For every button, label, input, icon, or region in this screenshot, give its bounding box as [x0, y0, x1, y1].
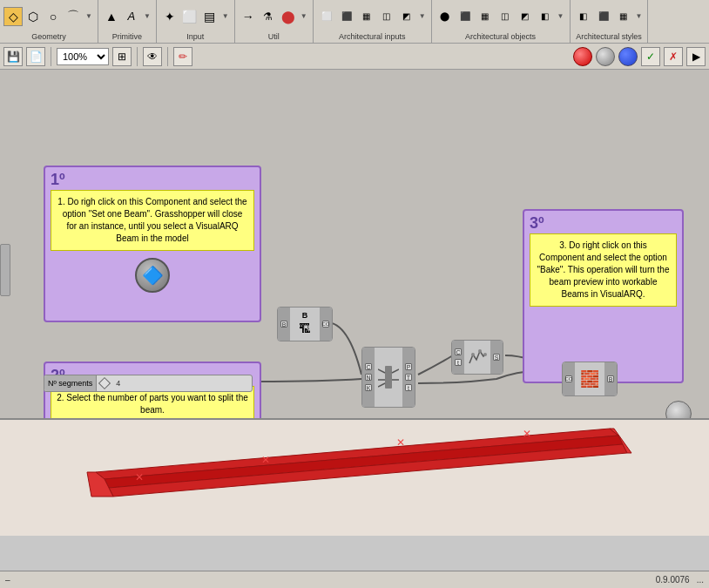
zoom-select[interactable]: 25% 50% 75% 100% 150% 200% [57, 48, 109, 65]
annotation-1-number: 1º [51, 171, 65, 189]
toolbar2-separator [51, 47, 51, 66]
beam-set-label: B [302, 311, 308, 320]
geometry-dropdown-arrow[interactable]: ▼ [84, 12, 94, 20]
split-right-ports: P T t [402, 348, 415, 407]
primitive-icon-1[interactable]: ▲ [102, 7, 121, 26]
blue-sphere-button[interactable] [618, 47, 638, 66]
annotation-box-1: 1º 1. Do righ click on this Component an… [44, 166, 261, 322]
toolbar-group-primitive: ▲ A ▼ Primitive [98, 0, 157, 43]
scroll-handle-left[interactable] [0, 244, 10, 296]
canvas-area: 1º 1. Do righ click on this Component an… [0, 70, 709, 536]
input-icon-3[interactable]: ▤ [200, 7, 219, 26]
geometry-label: Geometry [0, 32, 98, 41]
segments-input-label: Nº segments [44, 375, 97, 391]
svg-point-6 [471, 353, 475, 356]
cross-mark-2: ✕ [261, 454, 270, 466]
beam-set-left-ports: B [278, 308, 290, 341]
toolbar-group-input: ✦ ⬜ ▤ ▼ Input [157, 0, 235, 43]
bake-node[interactable]: CO 🧱 B [562, 362, 618, 396]
arch-obj-icon-2[interactable]: ⬛ [456, 7, 475, 26]
arch-objects-dropdown-arrow[interactable]: ▼ [556, 12, 566, 20]
more-button[interactable]: ▶ [686, 47, 706, 66]
split-port-p: P [405, 363, 412, 370]
bake-port-b: B [607, 375, 614, 382]
split-left-ports: C N K [362, 348, 375, 407]
util-dropdown-arrow[interactable]: ▼ [299, 12, 309, 20]
annotation-1-text: 1. Do righ click on this Component and s… [51, 190, 254, 251]
geometry-icon-4[interactable]: ⌒ [64, 7, 83, 26]
secondary-toolbar: 💾 📄 25% 50% 75% 100% 150% 200% ⊞ 👁 ✏ ⠀ ⠀… [0, 44, 709, 70]
split-port-t: T [405, 374, 412, 381]
arch-input-icon-4[interactable]: ◫ [377, 7, 396, 26]
cross-mark-1: ✕ [396, 436, 405, 449]
arch-obj-icon-3[interactable]: ▦ [476, 7, 495, 26]
arch-style-icon-1[interactable]: ◧ [574, 7, 593, 26]
input-dropdown-arrow[interactable]: ▼ [220, 12, 231, 20]
cross-mark-4: ✕ [523, 428, 531, 440]
annotation-3-number: 3º [530, 214, 544, 233]
bake-left-ports: CO [563, 362, 575, 395]
green-check-button[interactable]: ✓ [641, 47, 660, 66]
arch-styles-dropdown-arrow[interactable]: ▼ [634, 12, 645, 20]
bake-center: 🧱 [575, 362, 604, 395]
toolbar-group-arch-styles: ◧ ⬛ ▦ ▼ Architectural styles [571, 0, 649, 43]
svg-rect-0 [385, 366, 392, 389]
red-x-button[interactable]: ✗ [664, 47, 683, 66]
beam-set-center: B 🏗 [290, 308, 320, 341]
beam-set-right-ports: CO [320, 308, 332, 341]
toolbar-group-arch-objects: ⬤ ⬛ ▦ ◫ ◩ ◧ ▼ Architectural objects [432, 0, 571, 43]
statusbar-dots: ... [697, 575, 704, 585]
bake-icon: 🧱 [578, 368, 601, 390]
split-center [375, 348, 402, 407]
primitive-icon-2[interactable]: A [122, 7, 141, 26]
save-as-button[interactable]: 📄 [26, 47, 45, 66]
segments-diamond-icon [98, 377, 111, 389]
arch-style-icon-3[interactable]: ▦ [614, 7, 633, 26]
arch-obj-icon-4[interactable]: ◫ [496, 7, 515, 26]
geometry-icon-2[interactable]: ⬡ [24, 7, 43, 26]
geometry-icon-3[interactable]: ○ [44, 7, 63, 26]
save-button[interactable]: 💾 [3, 47, 23, 66]
beam-shape: ✕ ✕ ✕ ✕ [87, 428, 631, 497]
util-icon-3[interactable]: ⬤ [279, 7, 298, 26]
arch-obj-icon-1[interactable]: ⬤ [436, 7, 455, 26]
arch-style-icon-2[interactable]: ⬛ [594, 7, 613, 26]
input-icon-1[interactable]: ✦ [160, 7, 179, 26]
util-icon-2[interactable]: ⚗ [259, 7, 278, 26]
arch-input-icon-2[interactable]: ⬛ [337, 7, 356, 26]
split-icon [378, 364, 399, 390]
input-icon-2[interactable]: ⬜ [180, 7, 199, 26]
segments-input-node[interactable]: Nº segments 4 [44, 375, 253, 392]
toolbar-group-arch-inputs: ⬜ ⬛ ▦ ◫ ◩ ▼ Architectural inputs [314, 0, 432, 43]
util-label: Util [235, 32, 313, 41]
arch-inputs-dropdown-arrow[interactable]: ▼ [417, 12, 428, 20]
split-port-k: K [365, 384, 372, 391]
split-port-n: N [365, 374, 372, 381]
beam-set-port-b: B [280, 321, 287, 328]
beam-set-node[interactable]: B B 🏗 CO [277, 307, 333, 341]
arch-obj-icon-6[interactable]: ◧ [536, 7, 555, 26]
toolbar-group-geometry: ◇ ⬡ ○ ⌒ ▼ Geometry [0, 0, 98, 43]
preview-port-t: t [455, 359, 462, 366]
preview-node[interactable]: C t S [451, 340, 503, 375]
primitive-dropdown-arrow[interactable]: ▼ [142, 12, 152, 20]
bake-right-ports: B [604, 362, 617, 395]
view-grid-button[interactable]: ⊞ [112, 47, 132, 66]
arch-input-icon-1[interactable]: ⬜ [317, 7, 336, 26]
util-icon-1[interactable]: → [239, 7, 258, 26]
eye-button[interactable]: 👁 [143, 47, 162, 66]
annotation-box-3: 3º 3. Do right click on this Component a… [523, 209, 684, 383]
arch-input-icon-3[interactable]: ▦ [357, 7, 376, 26]
grasshopper-canvas[interactable]: 1º 1. Do righ click on this Component an… [0, 70, 709, 444]
pen-button[interactable]: ✏ [173, 47, 192, 66]
rhino-beam-svg: ✕ ✕ ✕ ✕ [0, 420, 709, 536]
toolbar-group-util: → ⚗ ⬤ ▼ Util [235, 0, 314, 43]
grey-sphere-button[interactable]: ⠀ [596, 47, 615, 66]
arch-inputs-label: Architectural inputs [314, 32, 431, 41]
arch-obj-icon-5[interactable]: ◩ [516, 7, 535, 26]
bake-port-co: CO [565, 375, 572, 382]
red-sphere-button[interactable]: ⠀ [573, 47, 592, 66]
split-node[interactable]: C N K P T t [361, 347, 415, 408]
arch-input-icon-5[interactable]: ◩ [397, 7, 416, 26]
geometry-icon-1[interactable]: ◇ [3, 7, 23, 26]
